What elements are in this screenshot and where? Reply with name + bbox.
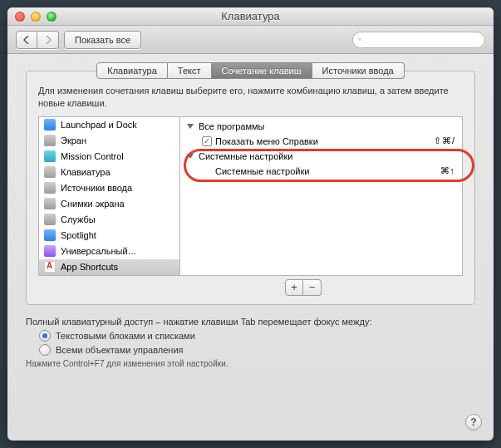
footer-section: Полный клавиатурный доступ – нажатие кла… — [26, 317, 475, 368]
radio-all-controls[interactable]: Всеми объектами управления — [39, 344, 475, 356]
svg-line-1 — [361, 40, 361, 41]
shortcut-keys[interactable]: ⇧⌘/ — [434, 135, 455, 146]
titlebar: Клавиатура — [7, 7, 494, 26]
shortcut-list[interactable]: Все программы Показать меню Справки ⇧⌘/ … — [179, 116, 463, 276]
group-label: Все программы — [199, 121, 264, 131]
content: Клавиатура Текст Сочетание клавиш Источн… — [7, 54, 494, 380]
help-button[interactable]: ? — [465, 414, 482, 431]
launchpad-icon — [44, 119, 56, 130]
radio-group: Текстовыми блоками и списками Всеми объе… — [39, 330, 475, 356]
svg-point-0 — [358, 38, 360, 40]
screenshot-icon — [44, 198, 56, 209]
radio-label: Всеми объектами управления — [56, 345, 184, 355]
list-item: Источники ввода — [39, 180, 179, 196]
radio-label: Текстовыми блоками и списками — [56, 331, 195, 341]
list-item: Spotlight — [39, 228, 179, 244]
spotlight-icon — [44, 229, 56, 241]
shortcut-row: Показать меню Справки ⇧⌘/ — [180, 134, 462, 149]
list-item: Экран — [39, 133, 179, 149]
shortcut-label: Показать меню Справки — [215, 136, 318, 146]
shortcut-group: Все программы — [180, 119, 462, 134]
search-input[interactable] — [365, 35, 479, 45]
shortcut-label: Системные настройки — [215, 166, 309, 176]
nav-segment — [16, 31, 59, 49]
footer-hint: Нажмите Control+F7 для изменения этой на… — [26, 359, 475, 368]
display-icon — [44, 135, 56, 146]
keyboard-icon — [44, 166, 56, 178]
tab-shortcuts[interactable]: Сочетание клавиш — [212, 62, 312, 79]
shortcut-row: Системные настройки ⌘↑ — [180, 164, 462, 179]
disclosure-triangle-icon[interactable] — [187, 154, 194, 159]
description-text: Для изменения сочетания клавиш выберите … — [38, 85, 463, 110]
tab-text[interactable]: Текст — [168, 62, 212, 79]
group-label: Системные настройки — [199, 151, 292, 161]
accessibility-icon — [44, 245, 56, 257]
list-item: Mission Control — [39, 149, 179, 165]
list-item: Клавиатура — [39, 165, 179, 180]
tab-keyboard[interactable]: Клавиатура — [96, 62, 168, 79]
panel: Для изменения сочетания клавиш выберите … — [26, 71, 475, 305]
list-item: Снимки экрана — [39, 196, 179, 212]
search-icon — [358, 35, 361, 44]
radio-icon — [39, 344, 51, 356]
add-remove-bar: + − — [38, 279, 463, 296]
list-row: Launchpad и Dock Экран Mission Control К… — [38, 116, 463, 276]
preferences-window: Клавиатура Показать все Клавиатура Текст… — [7, 7, 494, 441]
services-icon — [44, 214, 56, 225]
radio-text-boxes[interactable]: Текстовыми блоками и списками — [39, 330, 475, 342]
footer-heading: Полный клавиатурный доступ – нажатие кла… — [26, 317, 475, 327]
list-item: Службы — [39, 212, 179, 228]
back-button[interactable] — [16, 31, 37, 49]
app-shortcuts-icon — [44, 261, 56, 273]
window-title: Клавиатура — [7, 10, 494, 22]
shortcut-keys[interactable]: ⌘↑ — [440, 165, 456, 176]
disclosure-triangle-icon[interactable] — [187, 124, 194, 129]
toolbar: Показать все — [7, 26, 494, 54]
shortcut-group: Системные настройки — [180, 149, 462, 164]
show-all-button[interactable]: Показать все — [64, 31, 141, 49]
category-list[interactable]: Launchpad и Dock Экран Mission Control К… — [38, 116, 179, 276]
remove-button[interactable]: − — [303, 279, 322, 296]
forward-button[interactable] — [37, 31, 59, 49]
input-sources-icon — [44, 182, 56, 194]
list-item-selected: App Shortcuts — [39, 259, 179, 275]
checkbox[interactable] — [202, 136, 212, 146]
search-field[interactable] — [352, 32, 485, 48]
list-item: Универсальный… — [39, 244, 179, 259]
list-item: Launchpad и Dock — [39, 117, 179, 133]
tab-input-sources[interactable]: Источники ввода — [312, 62, 405, 79]
radio-icon — [39, 330, 51, 342]
add-button[interactable]: + — [285, 279, 303, 296]
mission-control-icon — [44, 150, 56, 162]
